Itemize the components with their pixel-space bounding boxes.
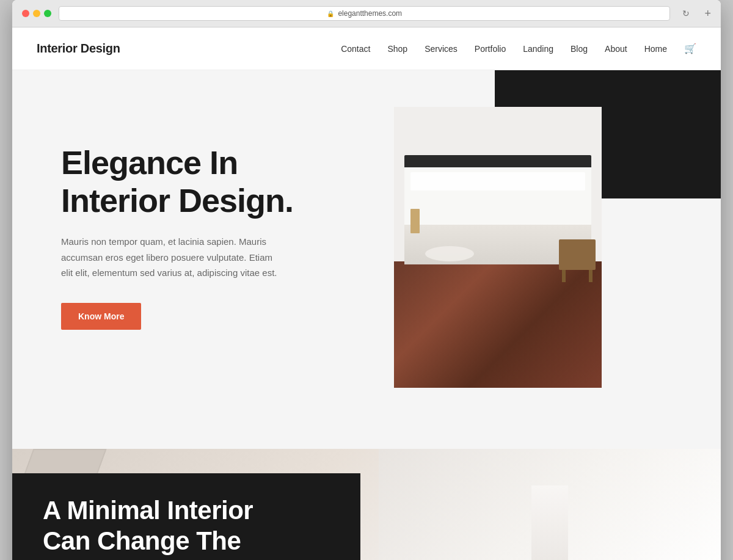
navbar: Interior Design Contact Shop Services Po… bbox=[12, 27, 721, 70]
nav-item-contact[interactable]: Contact bbox=[341, 43, 370, 54]
section-title-line1: A Minimal Interior bbox=[43, 496, 253, 525]
bedroom-pillow bbox=[410, 172, 585, 191]
website-content: Interior Design Contact Shop Services Po… bbox=[12, 27, 721, 560]
hero-title: Elegance In Interior Design. bbox=[61, 144, 293, 219]
hero-title-line1: Elegance In bbox=[61, 144, 238, 181]
cta-button[interactable]: Know More bbox=[61, 303, 141, 330]
nav-link-shop[interactable]: Shop bbox=[387, 44, 407, 54]
nav-item-shop[interactable]: Shop bbox=[387, 43, 407, 54]
maximize-button[interactable] bbox=[44, 10, 51, 17]
bottom-section: A Minimal Interior Can Change The bbox=[12, 449, 721, 560]
close-button[interactable] bbox=[22, 10, 29, 17]
nav-item-blog[interactable]: Blog bbox=[571, 43, 588, 54]
cart-icon[interactable]: 🛒 bbox=[684, 43, 696, 54]
reload-button[interactable]: ↻ bbox=[677, 9, 695, 18]
new-tab-button[interactable]: + bbox=[704, 7, 711, 20]
browser-chrome: 🔒 elegantthemes.com ↻ + bbox=[12, 0, 721, 27]
nav-link-home[interactable]: Home bbox=[644, 44, 667, 54]
lock-icon: 🔒 bbox=[327, 10, 334, 17]
minimize-button[interactable] bbox=[33, 10, 40, 17]
brand-logo[interactable]: Interior Design bbox=[37, 42, 120, 56]
nav-link-contact[interactable]: Contact bbox=[341, 44, 370, 54]
nav-item-portfolio[interactable]: Portfolio bbox=[475, 43, 506, 54]
nav-item-services[interactable]: Services bbox=[425, 43, 458, 54]
bedroom-visual bbox=[394, 107, 602, 388]
nav-item-about[interactable]: About bbox=[605, 43, 627, 54]
nav-links: Contact Shop Services Portfolio Landing … bbox=[341, 43, 696, 54]
section-title: A Minimal Interior Can Change The bbox=[43, 495, 330, 557]
nav-link-about[interactable]: About bbox=[605, 44, 627, 54]
black-panel-section: A Minimal Interior Can Change The bbox=[12, 473, 360, 560]
hero-section: Elegance In Interior Design. Mauris non … bbox=[12, 70, 721, 449]
url-text: elegantthemes.com bbox=[338, 9, 402, 18]
browser-window: 🔒 elegantthemes.com ↻ + Interior Design … bbox=[12, 0, 721, 560]
hero-bedroom-image bbox=[394, 107, 602, 388]
section-title-line2: Can Change The bbox=[43, 526, 241, 555]
bedroom-stool bbox=[559, 239, 596, 270]
curtain-element bbox=[531, 485, 568, 560]
bedroom-lamp bbox=[410, 209, 420, 233]
address-bar[interactable]: 🔒 elegantthemes.com bbox=[59, 6, 670, 21]
nav-link-landing[interactable]: Landing bbox=[523, 44, 553, 54]
bedroom-rug bbox=[425, 246, 474, 261]
nav-link-blog[interactable]: Blog bbox=[571, 44, 588, 54]
nav-item-landing[interactable]: Landing bbox=[523, 43, 553, 54]
hero-subtitle: Mauris non tempor quam, et lacinia sapie… bbox=[61, 234, 281, 281]
cart-item[interactable]: 🛒 bbox=[684, 43, 696, 54]
hero-title-line2: Interior Design. bbox=[61, 182, 293, 219]
hero-content: Elegance In Interior Design. Mauris non … bbox=[61, 144, 293, 330]
nav-item-home[interactable]: Home bbox=[644, 43, 667, 54]
traffic-lights bbox=[22, 10, 51, 17]
nav-link-services[interactable]: Services bbox=[425, 44, 458, 54]
nav-link-portfolio[interactable]: Portfolio bbox=[475, 44, 506, 54]
bottom-right-area bbox=[379, 449, 721, 560]
